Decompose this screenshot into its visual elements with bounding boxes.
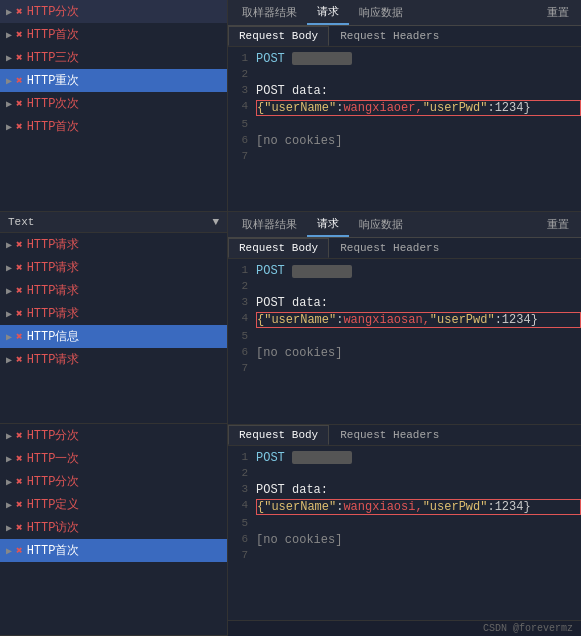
arrow-icon: ▶	[6, 545, 16, 557]
line-number: 2	[228, 467, 256, 479]
line-content: POST	[256, 451, 581, 465]
section-2: Text ▼ ▶ ✖ HTTP请求 ▶ ✖ HTTP请求 ▶ ✖ HTTP请求 …	[0, 212, 227, 424]
code-line: 1 POST	[228, 450, 581, 466]
left-panel: ▶ ✖ HTTP分次 ▶ ✖ HTTP首次 ▶ ✖ HTTP三次 ▶ ✖ HTT…	[0, 0, 228, 636]
tree-item-s2i6[interactable]: ▶ ✖ HTTP请求	[0, 348, 227, 371]
section-header-label: Text	[8, 216, 34, 228]
tree-item-s1i1[interactable]: ▶ ✖ HTTP分次	[0, 0, 227, 23]
tab-request-1[interactable]: 请求	[307, 0, 349, 25]
body-tab-request-headers-2[interactable]: Request Headers	[329, 238, 450, 258]
tree-item-s1i2[interactable]: ▶ ✖ HTTP首次	[0, 23, 227, 46]
result-section-1: 取样器结果 请求 响应数据 重置 Request Body Request He…	[228, 0, 581, 212]
section-1-items: ▶ ✖ HTTP分次 ▶ ✖ HTTP首次 ▶ ✖ HTTP三次 ▶ ✖ HTT…	[0, 0, 227, 211]
error-icon: ✖	[16, 97, 23, 110]
tree-item-s3i3[interactable]: ▶ ✖ HTTP分次	[0, 470, 227, 493]
arrow-icon: ▶	[6, 52, 16, 64]
tab-response-2[interactable]: 响应数据	[349, 213, 413, 236]
tree-item-s1i3[interactable]: ▶ ✖ HTTP三次	[0, 46, 227, 69]
code-line: 3 POST data:	[228, 295, 581, 311]
reset-label-1[interactable]: 重置	[539, 1, 577, 24]
item-label: HTTP分次	[27, 473, 80, 490]
tree-item-s2i1[interactable]: ▶ ✖ HTTP请求	[0, 233, 227, 256]
tab-sample-result-1[interactable]: 取样器结果	[232, 1, 307, 24]
arrow-icon: ▶	[6, 98, 16, 110]
error-icon: ✖	[16, 544, 23, 557]
line-number: 5	[228, 118, 256, 130]
code-line-highlighted-1: 4 {"userName":wangxiaoer,"userPwd":1234}	[228, 99, 581, 117]
item-label: HTTP请求	[27, 282, 80, 299]
error-icon: ✖	[16, 330, 23, 343]
body-tabs-3: Request Body Request Headers	[228, 425, 581, 446]
body-tab-request-body-3[interactable]: Request Body	[228, 425, 329, 445]
item-label: HTTP首次	[27, 118, 80, 135]
line-number: 4	[228, 312, 256, 324]
tree-item-s3i6[interactable]: ▶ ✖ HTTP首次	[0, 539, 227, 562]
arrow-icon: ▶	[6, 285, 16, 297]
tree-item-s3i2[interactable]: ▶ ✖ HTTP一次	[0, 447, 227, 470]
arrow-icon: ▶	[6, 75, 16, 87]
arrow-icon: ▶	[6, 262, 16, 274]
tree-item-s2i4[interactable]: ▶ ✖ HTTP请求	[0, 302, 227, 325]
error-icon: ✖	[16, 353, 23, 366]
arrow-icon: ▶	[6, 453, 16, 465]
tree-item-s2i3[interactable]: ▶ ✖ HTTP请求	[0, 279, 227, 302]
arrow-icon: ▶	[6, 6, 16, 18]
error-icon: ✖	[16, 498, 23, 511]
line-content: {"userName":wangxiaoer,"userPwd":1234}	[256, 100, 581, 116]
item-label: HTTP请求	[27, 351, 80, 368]
line-number: 4	[228, 499, 256, 511]
result-section-2: 取样器结果 请求 响应数据 重置 Request Body Request He…	[228, 212, 581, 424]
line-number: 2	[228, 280, 256, 292]
body-tab-request-headers-1[interactable]: Request Headers	[329, 26, 450, 46]
code-line: 3 POST data:	[228, 83, 581, 99]
tree-item-s1i6[interactable]: ▶ ✖ HTTP首次	[0, 115, 227, 138]
tree-item-s3i1[interactable]: ▶ ✖ HTTP分次	[0, 424, 227, 447]
tree-item-s2i5[interactable]: ▶ ✖ HTTP信息	[0, 325, 227, 348]
item-label: HTTP重次	[27, 72, 80, 89]
tree-item-s3i5[interactable]: ▶ ✖ HTTP访次	[0, 516, 227, 539]
line-content: {"userName":wangxiaosi,"userPwd":1234}	[256, 499, 581, 515]
item-label: HTTP请求	[27, 236, 80, 253]
dropdown-icon[interactable]: ▼	[212, 216, 219, 228]
tree-item-s2i2[interactable]: ▶ ✖ HTTP请求	[0, 256, 227, 279]
line-content	[256, 68, 581, 82]
body-tab-request-body-2[interactable]: Request Body	[228, 238, 329, 258]
code-line: 1 POST	[228, 51, 581, 67]
item-label: HTTP一次	[27, 450, 80, 467]
code-line: 7	[228, 548, 581, 564]
arrow-icon: ▶	[6, 29, 16, 41]
bottom-bar-label: CSDN @forevermz	[483, 623, 573, 634]
error-icon: ✖	[16, 74, 23, 87]
error-icon: ✖	[16, 5, 23, 18]
line-content	[256, 118, 581, 132]
line-number: 6	[228, 134, 256, 146]
code-line: 2	[228, 466, 581, 482]
code-line: 2	[228, 279, 581, 295]
section-2-header[interactable]: Text ▼	[0, 212, 227, 233]
code-line: 7	[228, 149, 581, 165]
body-tab-request-headers-3[interactable]: Request Headers	[329, 425, 450, 445]
tabs-row-1: 取样器结果 请求 响应数据 重置	[228, 0, 581, 26]
tab-response-1[interactable]: 响应数据	[349, 1, 413, 24]
tab-sample-result-2[interactable]: 取样器结果	[232, 213, 307, 236]
item-label: HTTP定义	[27, 496, 80, 513]
section-3: ▶ ✖ HTTP分次 ▶ ✖ HTTP一次 ▶ ✖ HTTP分次 ▶ ✖ HTT…	[0, 424, 227, 636]
line-number: 7	[228, 150, 256, 162]
tree-item-s3i4[interactable]: ▶ ✖ HTTP定义	[0, 493, 227, 516]
arrow-icon: ▶	[6, 354, 16, 366]
item-label: HTTP请求	[27, 305, 80, 322]
item-label: HTTP访次	[27, 519, 80, 536]
arrow-icon: ▶	[6, 522, 16, 534]
line-content	[256, 330, 581, 344]
body-tab-request-body-1[interactable]: Request Body	[228, 26, 329, 46]
code-line: 5	[228, 516, 581, 532]
reset-label-2[interactable]: 重置	[539, 213, 577, 236]
tree-item-s1i5[interactable]: ▶ ✖ HTTP次次	[0, 92, 227, 115]
line-content: [no cookies]	[256, 346, 581, 360]
arrow-icon: ▶	[6, 476, 16, 488]
tab-request-2[interactable]: 请求	[307, 212, 349, 237]
code-line: 2	[228, 67, 581, 83]
line-number: 5	[228, 517, 256, 529]
tree-item-s1i4[interactable]: ▶ ✖ HTTP重次	[0, 69, 227, 92]
arrow-icon: ▶	[6, 430, 16, 442]
